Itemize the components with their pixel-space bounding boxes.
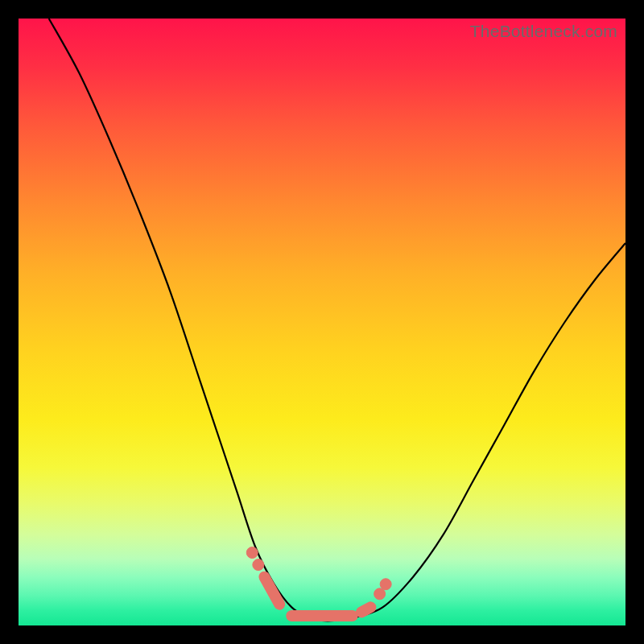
up-dot-1 bbox=[374, 588, 386, 600]
plot-area: TheBottleneck.com bbox=[19, 19, 625, 625]
up-segment bbox=[361, 607, 370, 612]
low-region-segment bbox=[264, 577, 279, 605]
low-region-dot-2 bbox=[253, 559, 264, 571]
marker-group bbox=[246, 547, 391, 616]
chart-overlay bbox=[19, 19, 625, 625]
bottleneck-curve bbox=[49, 19, 625, 621]
low-region-dot-1 bbox=[246, 547, 258, 559]
chart-frame: TheBottleneck.com bbox=[0, 0, 644, 644]
up-dot-2 bbox=[380, 579, 391, 590]
